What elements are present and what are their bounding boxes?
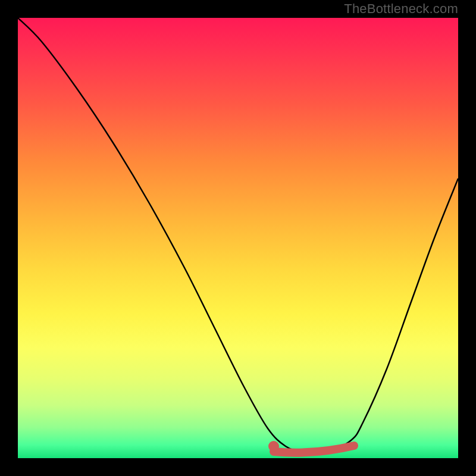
- optimal-point-dot: [268, 441, 279, 452]
- curve-layer: [18, 18, 458, 458]
- plot-area: [18, 18, 458, 458]
- bottleneck-curve: [18, 18, 458, 453]
- watermark-text: TheBottleneck.com: [344, 1, 458, 17]
